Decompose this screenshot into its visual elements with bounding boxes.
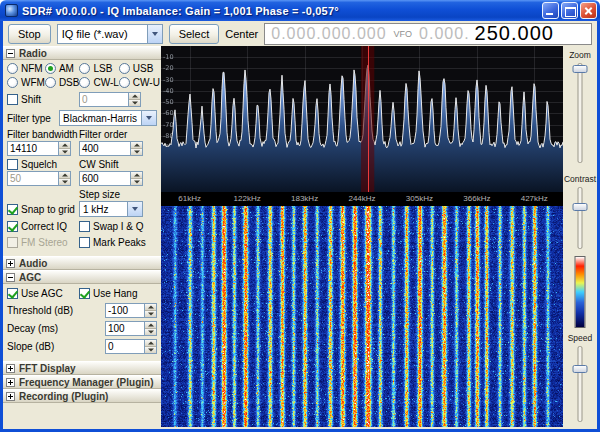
mode-label: WFM — [21, 77, 45, 88]
fm-stereo-label: FM Stereo — [21, 237, 68, 248]
chevron-down-icon[interactable] — [147, 25, 162, 43]
collapse-icon[interactable] — [6, 273, 15, 282]
checkbox-icon — [7, 221, 18, 232]
display-controls: Zoom Contrast Speed — [563, 46, 597, 429]
section-header-agc[interactable]: AGC — [3, 270, 161, 284]
checkbox-icon — [79, 221, 90, 232]
waterfall-display[interactable] — [161, 206, 563, 427]
mode-label: NFM — [21, 63, 43, 74]
decay-label: Decay (ms) — [7, 323, 105, 334]
use-hang-label: Use Hang — [93, 288, 137, 299]
source-select-value: IQ file (*.wav) — [58, 28, 147, 40]
mode-option-nfm[interactable]: NFM — [7, 63, 45, 74]
collapse-icon[interactable] — [6, 49, 15, 58]
swap-iq-label: Swap I & Q — [93, 221, 144, 232]
source-select[interactable]: IQ file (*.wav) — [57, 24, 163, 44]
squelch-checkbox[interactable]: Squelch — [7, 159, 79, 170]
chevron-down-icon[interactable] — [141, 111, 156, 125]
shift-input[interactable]: 0 — [79, 92, 141, 107]
close-button[interactable] — [580, 2, 597, 19]
mode-option-cw-l[interactable]: CW-L — [79, 77, 118, 88]
spinner-icon[interactable] — [144, 322, 156, 335]
zoom-slider-thumb[interactable] — [573, 65, 588, 73]
freq-axis-label: 61kHz — [178, 194, 201, 203]
app-icon — [5, 4, 18, 17]
expand-icon[interactable] — [6, 392, 15, 401]
vfo-frequency-dim: 0.000. — [419, 25, 469, 43]
mode-option-wfm[interactable]: WFM — [7, 77, 45, 88]
expand-icon[interactable] — [6, 364, 15, 373]
section-header-radio[interactable]: Radio — [3, 46, 161, 60]
spectrum-display[interactable] — [161, 46, 563, 192]
zoom-label: Zoom — [563, 50, 597, 60]
step-size-select[interactable]: 1 kHz — [79, 201, 143, 217]
checkbox-icon — [7, 204, 18, 215]
slope-input[interactable]: 0 — [105, 339, 157, 354]
section-header-recording[interactable]: Recording (Plugin) — [3, 389, 161, 403]
mode-option-usb[interactable]: USB — [119, 63, 160, 74]
spinner-icon[interactable] — [144, 340, 156, 353]
mode-option-lsb[interactable]: LSB — [79, 63, 118, 74]
section-header-frequency-manager[interactable]: Frequency Manager (Plugin) — [3, 375, 161, 389]
radio-icon — [7, 63, 18, 74]
speed-slider[interactable] — [571, 346, 589, 422]
freq-axis-label: 366kHz — [463, 194, 490, 203]
titlebar[interactable]: SDR# v0.0.0.0 - IQ Imbalance: Gain = 1,0… — [0, 0, 600, 21]
chevron-down-icon[interactable] — [127, 202, 142, 216]
swap-iq-checkbox[interactable]: Swap I & Q — [79, 221, 144, 232]
filter-bandwidth-value: 14110 — [8, 142, 58, 155]
expand-icon[interactable] — [6, 259, 15, 268]
radio-icon — [79, 63, 90, 74]
speed-slider-thumb[interactable] — [573, 365, 588, 373]
filter-bandwidth-input[interactable]: 14110 — [7, 141, 71, 156]
zoom-slider[interactable] — [571, 63, 589, 163]
mode-option-dsb[interactable]: DSB — [45, 77, 80, 88]
contrast-slider[interactable] — [571, 187, 589, 249]
filter-type-select[interactable]: Blackman-Harris — [59, 110, 157, 126]
spinner-icon[interactable] — [58, 142, 70, 155]
decay-input[interactable]: 100 — [105, 321, 157, 336]
section-header-audio[interactable]: Audio — [3, 256, 161, 270]
maximize-button[interactable] — [561, 2, 578, 19]
spinner-icon[interactable] — [130, 142, 142, 155]
squelch-input[interactable]: 50 — [7, 171, 71, 186]
freq-axis-label: 183kHz — [291, 194, 318, 203]
speed-label: Speed — [563, 333, 597, 343]
filter-order-input[interactable]: 400 — [79, 141, 143, 156]
vfo-frequency-value[interactable]: 250.000 — [475, 23, 554, 45]
shift-value: 0 — [80, 93, 128, 106]
mode-option-am[interactable]: AM — [45, 63, 80, 74]
select-button[interactable]: Select — [169, 24, 220, 44]
cw-shift-input[interactable]: 600 — [79, 171, 143, 186]
snap-to-grid-checkbox[interactable]: Snap to grid — [7, 204, 79, 215]
mode-option-cw-u[interactable]: CW-U — [119, 77, 160, 88]
section-title: Audio — [19, 258, 47, 269]
mark-peaks-checkbox[interactable]: Mark Peaks — [79, 237, 146, 248]
correct-iq-checkbox[interactable]: Correct IQ — [7, 221, 79, 232]
filter-type-value: Blackman-Harris — [60, 113, 141, 124]
frequency-display[interactable]: 0.000.000.000 VFO 0.000.250.000 — [264, 23, 592, 45]
spinner-icon[interactable] — [144, 304, 156, 317]
minimize-button[interactable] — [542, 2, 559, 19]
step-size-label: Step size — [79, 189, 120, 200]
stop-button[interactable]: Stop — [8, 24, 51, 44]
use-agc-label: Use AGC — [21, 288, 63, 299]
mode-label: AM — [59, 63, 74, 74]
waterfall-colorbar — [575, 256, 586, 328]
use-agc-checkbox[interactable]: Use AGC — [7, 288, 79, 299]
expand-icon[interactable] — [6, 378, 15, 387]
freq-axis-label: 244kHz — [348, 194, 375, 203]
radio-icon — [119, 63, 130, 74]
section-header-fft-display[interactable]: FFT Display — [3, 361, 161, 375]
threshold-input[interactable]: -100 — [105, 303, 157, 318]
contrast-slider-thumb[interactable] — [573, 203, 588, 211]
shift-checkbox[interactable]: Shift — [7, 94, 79, 105]
window-title: SDR# v0.0.0.0 - IQ Imbalance: Gain = 1,0… — [22, 5, 538, 17]
spinner-icon[interactable] — [58, 172, 70, 185]
filter-bandwidth-label: Filter bandwidth — [7, 129, 79, 140]
spinner-icon[interactable] — [130, 172, 142, 185]
correct-iq-label: Correct IQ — [21, 221, 67, 232]
use-hang-checkbox[interactable]: Use Hang — [79, 288, 137, 299]
spinner-icon[interactable] — [128, 93, 140, 106]
squelch-value: 50 — [8, 172, 58, 185]
